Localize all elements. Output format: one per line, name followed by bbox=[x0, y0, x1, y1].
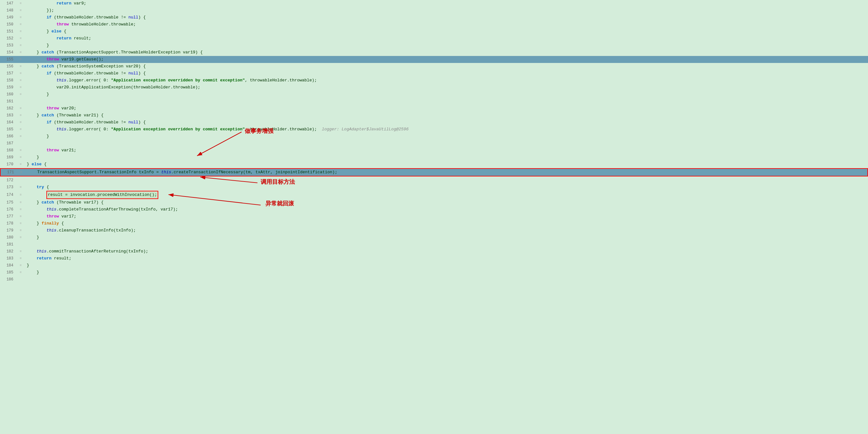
code-line-164: 164 = if (throwableHolder.throwable != n… bbox=[0, 119, 868, 126]
annotation-invoke: 调用目标方法 bbox=[260, 178, 295, 186]
code-line-149: 149 = if (throwableHolder.throwable != n… bbox=[0, 14, 868, 21]
code-line-180: 180 = } bbox=[0, 234, 868, 241]
code-line-160: 160 = } bbox=[0, 91, 868, 98]
code-line-167: 167 bbox=[0, 140, 868, 147]
code-line-176: 176 = this.completeTransactionAfterThrow… bbox=[0, 206, 868, 213]
code-line-169: 169 = } bbox=[0, 154, 868, 161]
code-line-166: 166 = } bbox=[0, 133, 868, 140]
code-line-172: 172 bbox=[0, 177, 868, 184]
code-line-148: 148 = }); bbox=[0, 7, 868, 14]
code-line-185: 185 = } bbox=[0, 269, 868, 276]
code-line-170: 170 = } else { bbox=[0, 161, 868, 168]
code-line-156: 156 = } catch (TransactionSystemExceptio… bbox=[0, 63, 868, 70]
code-line-178: 178 = } finally { bbox=[0, 220, 868, 227]
code-line-161: 161 bbox=[0, 98, 868, 105]
code-line-162: 162 = throw var20; bbox=[0, 105, 868, 112]
code-line-147: 147 = return var9; bbox=[0, 0, 868, 7]
code-line-184: 184 = } bbox=[0, 262, 868, 269]
invocation-boxed: result = invocation.proceedWithInvocatio… bbox=[46, 191, 158, 199]
code-line-158: 158 = this.logger.error( 0: "Application… bbox=[0, 77, 868, 84]
code-line-154: 154 = } catch (TransactionAspectSupport.… bbox=[0, 49, 868, 56]
code-container: 147 = return var9; 148 = }); 149 = if (t… bbox=[0, 0, 868, 434]
code-line-168: 168 = throw var21; bbox=[0, 147, 868, 154]
code-line-182: 182 = this.commitTransactionAfterReturni… bbox=[0, 248, 868, 255]
code-line-171: 171 = TransactionAspectSupport.Transacti… bbox=[0, 168, 868, 177]
code-line-153: 153 = } bbox=[0, 42, 868, 49]
code-line-150: 150 = throw throwableHolder.throwable; bbox=[0, 21, 868, 28]
code-line-159: 159 = var20.initApplicationException(thr… bbox=[0, 84, 868, 91]
code-line-173: 173 = try { bbox=[0, 184, 868, 191]
code-line-175: 175 = } catch (Throwable var17) { bbox=[0, 199, 868, 206]
code-line-157: 157 = if (throwableHolder.throwable != n… bbox=[0, 70, 868, 77]
code-line-179: 179 = this.cleanupTransactionInfo(txInfo… bbox=[0, 227, 868, 234]
code-line-177: 177 = throw var17; bbox=[0, 213, 868, 220]
code-line-183: 183 = return result; bbox=[0, 255, 868, 262]
code-line-181: 181 bbox=[0, 241, 868, 248]
annotation-rollback: 异常就回滚 bbox=[266, 200, 294, 207]
code-line-174: 174 = result = invocation.proceedWithInv… bbox=[0, 191, 868, 199]
code-line-152: 152 = return result; bbox=[0, 35, 868, 42]
code-line-165: 165 = this.logger.error( 0: "Application… bbox=[0, 126, 868, 133]
code-line-151: 151 = } else { bbox=[0, 28, 868, 35]
code-line-163: 163 = } catch (Throwable var21) { bbox=[0, 112, 868, 119]
code-line-155: 155 = throw var19.getCause(); bbox=[0, 56, 868, 63]
code-line-186: 186 bbox=[0, 276, 868, 283]
annotation-transaction: 做事务增强 bbox=[245, 127, 273, 135]
